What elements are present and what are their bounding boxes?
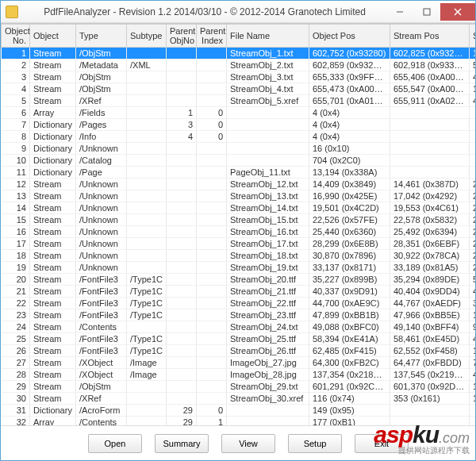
table-row[interactable]: 17Stream/UnknownStreamObj_17.txt28,299 (… <box>2 238 476 250</box>
cell-type: /Unknown <box>76 238 127 250</box>
col-object-no[interactable]: Object No. <box>2 25 30 48</box>
cell-pojn <box>167 95 197 107</box>
table-row[interactable]: 31Dictionary/AcroForm290149 (0x95) <box>2 405 476 417</box>
cell-slen <box>470 131 476 143</box>
col-parent-index[interactable]: Parent Index <box>197 25 227 48</box>
col-file-name[interactable]: File Name <box>227 25 309 48</box>
table-row[interactable]: 30Stream/XRefStreamObj_30.xref116 (0x74)… <box>2 393 476 405</box>
table-row[interactable]: 11Dictionary/PagePageObj_11.txt13,194 (0… <box>2 167 476 179</box>
col-stream-len[interactable]: Stream Len <box>470 25 476 48</box>
cell-slen: 72,859 (0x11C9B) <box>470 357 476 369</box>
cell-pidx <box>197 238 227 250</box>
cell-type: /Metadata <box>76 60 127 71</box>
cell-type: /Unknown <box>76 190 127 202</box>
table-row[interactable]: 29Stream/ObjStmStreamObj_29.txt601,291 (… <box>2 381 476 393</box>
table-row[interactable]: 32Array/Contents291177 (0xB1) <box>2 417 476 426</box>
table-row[interactable]: 22Stream/FontFile3/Type1CStreamObj_22.tt… <box>2 298 476 309</box>
cell-pidx <box>197 202 227 214</box>
table-row[interactable]: 5Stream/XRefStreamObj_5.xref655,701 (0xA… <box>2 95 476 107</box>
exit-button[interactable]: Exit <box>355 434 409 453</box>
summary-button[interactable]: Summary <box>155 434 209 453</box>
table-row[interactable]: 1Stream/ObjStmStreamObj_1.txt602,752 (0x… <box>2 48 476 60</box>
table-row[interactable]: 23Stream/FontFile3/Type1CStreamObj_23.tt… <box>2 309 476 321</box>
table-row[interactable]: 8Dictionary/Info404 (0x4) <box>2 131 476 143</box>
cell-no: 21 <box>2 286 30 298</box>
table-row[interactable]: 24Stream/ContentsStreamObj_24.txt49,088 … <box>2 321 476 333</box>
cell-sub <box>127 381 167 393</box>
cell-pidx <box>197 214 227 226</box>
view-button[interactable]: View <box>221 434 275 453</box>
cell-obj: Stream <box>30 83 76 95</box>
close-button[interactable] <box>440 3 475 21</box>
cell-slen: 2,511 (0x9CF) <box>470 179 476 190</box>
table-row[interactable]: 10Dictionary/Catalog704 (0x2C0) <box>2 155 476 167</box>
cell-obj: Dictionary <box>30 131 76 143</box>
col-type[interactable]: Type <box>76 25 127 48</box>
cell-obj: Stream <box>30 190 76 202</box>
table-row[interactable]: 14Stream/UnknownStreamObj_14.txt19,501 (… <box>2 202 476 214</box>
cell-no: 25 <box>2 333 30 345</box>
cell-sub: /Image <box>127 369 167 381</box>
cell-no: 31 <box>2 405 30 417</box>
cell-opos: 116 (0x74) <box>309 393 390 405</box>
col-stream-pos[interactable]: Stream Pos <box>390 25 470 48</box>
col-parent-objno[interactable]: Parent ObjNo <box>167 25 197 48</box>
cell-obj: Dictionary <box>30 155 76 167</box>
table-row[interactable]: 4Stream/ObjStmStreamObj_4.txt655,473 (0x… <box>2 83 476 95</box>
table-row[interactable]: 6Array/Fields104 (0x4) <box>2 107 476 119</box>
table-row[interactable]: 20Stream/FontFile3/Type1CStreamObj_20.tt… <box>2 274 476 286</box>
col-subtype[interactable]: Subtype <box>127 25 167 48</box>
cell-type: /FontFile3 <box>76 333 127 345</box>
open-button[interactable]: Open <box>88 434 142 453</box>
cell-slen: 5,025 (0x13A1) <box>470 274 476 286</box>
cell-obj: Stream <box>30 60 76 71</box>
table-row[interactable]: 16Stream/UnknownStreamObj_16.txt25,440 (… <box>2 226 476 238</box>
cell-no: 5 <box>2 95 30 107</box>
table-row[interactable]: 13Stream/UnknownStreamObj_13.txt16,990 (… <box>2 190 476 202</box>
minimize-button[interactable] <box>386 3 413 21</box>
table-row[interactable]: 19Stream/UnknownStreamObj_19.txt33,137 (… <box>2 262 476 274</box>
table-row[interactable]: 27Stream/XObject/ImageImageObj_27.jpg64,… <box>2 357 476 369</box>
cell-fname <box>227 417 309 426</box>
table-row[interactable]: 15Stream/UnknownStreamObj_15.txt22,526 (… <box>2 214 476 226</box>
cell-pojn <box>167 286 197 298</box>
table-row[interactable]: 7Dictionary/Pages304 (0x4) <box>2 119 476 131</box>
data-grid[interactable]: Object No. Object Type Subtype Parent Ob… <box>1 23 475 425</box>
cell-slen <box>470 119 476 131</box>
table-row[interactable]: 18Stream/UnknownStreamObj_18.txt30,870 (… <box>2 250 476 262</box>
cell-obj: Stream <box>30 238 76 250</box>
cell-pojn: 3 <box>167 119 197 131</box>
cell-pojn <box>167 214 197 226</box>
col-object[interactable]: Object <box>30 25 76 48</box>
header-row[interactable]: Object No. Object Type Subtype Parent Ob… <box>2 25 476 48</box>
cell-pidx <box>197 190 227 202</box>
cell-fname: StreamObj_13.txt <box>227 190 309 202</box>
table-row[interactable]: 9Dictionary/Unknown16 (0x10) <box>2 143 476 155</box>
cell-obj: Stream <box>30 214 76 226</box>
cell-spos: 62,552 (0xF458) <box>390 345 470 357</box>
cell-pojn <box>167 83 197 95</box>
table-row[interactable]: 12Stream/UnknownStreamObj_12.txt14,409 (… <box>2 179 476 190</box>
setup-button[interactable]: Setup <box>288 434 342 453</box>
table-row[interactable]: 25Stream/FontFile3/Type1CStreamObj_25.tt… <box>2 333 476 345</box>
cell-pojn <box>167 190 197 202</box>
table-row[interactable]: 3Stream/ObjStmStreamObj_3.txt655,333 (0x… <box>2 71 476 83</box>
cell-type: /Unknown <box>76 262 127 274</box>
cell-no: 13 <box>2 190 30 202</box>
maximize-button[interactable] <box>413 3 440 21</box>
cell-slen: 52,397 (0xCCAD) <box>470 60 476 71</box>
table-row[interactable]: 28Stream/XObject/ImageImageObj_28.jpg137… <box>2 369 476 381</box>
table-row[interactable]: 26Stream/FontFile3/Type1CStreamObj_26.tt… <box>2 345 476 357</box>
cell-no: 10 <box>2 155 30 167</box>
col-object-pos[interactable]: Object Pos <box>309 25 390 48</box>
table-row[interactable]: 2Stream/Metadata/XMLStreamObj_2.txt602,8… <box>2 60 476 71</box>
cell-slen: 4,278 (0x10B6) <box>470 286 476 298</box>
cell-no: 11 <box>2 167 30 179</box>
cell-pojn: 29 <box>167 417 197 426</box>
cell-sub <box>127 119 167 131</box>
titlebar: PdfFileAnalyzer - Revision 1.2 2014/03/1… <box>1 1 475 23</box>
cell-obj: Stream <box>30 345 76 357</box>
table-row[interactable]: 21Stream/FontFile3/Type1CStreamObj_21.tt… <box>2 286 476 298</box>
cell-type: /FontFile3 <box>76 286 127 298</box>
cell-type: /Pages <box>76 119 127 131</box>
